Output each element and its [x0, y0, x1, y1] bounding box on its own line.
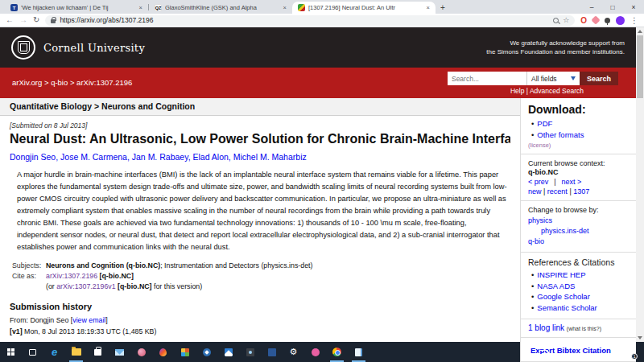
battery-icon[interactable]	[539, 350, 548, 355]
zoom-page-icon[interactable]	[553, 18, 559, 23]
back-icon[interactable]: ←	[6, 16, 14, 24]
store-button[interactable]	[87, 342, 109, 362]
recent-link[interactable]: recent	[547, 187, 573, 195]
office-icon	[181, 348, 189, 356]
paint3d-button[interactable]	[152, 342, 174, 362]
movies-button[interactable]	[261, 342, 283, 362]
view-email-link[interactable]: view email	[72, 316, 105, 324]
close-tab-icon[interactable]: ×	[139, 4, 142, 11]
cite-arxiv-link[interactable]: arXiv:1307.2196	[46, 272, 97, 280]
bookmark-star-icon[interactable]: ☆	[563, 16, 569, 24]
settings-gear-icon: ⚙	[290, 348, 298, 356]
author-link[interactable]: Jose M. Carmena	[60, 152, 132, 162]
blog-link[interactable]: 1 blog link	[528, 323, 564, 332]
help-link[interactable]: Help	[510, 87, 530, 95]
browser-menu-icon[interactable]: ⋮	[630, 16, 638, 25]
cite-as-value: arXiv:1307.2196 [q-bio.NC]	[46, 272, 510, 280]
tab-detijd[interactable]: T 'We hijacken uw lichaam' | De Tij ×	[5, 2, 148, 14]
cite-alt-suffix: for this version)	[154, 282, 202, 290]
start-button[interactable]	[0, 342, 22, 362]
cite-version-link[interactable]: arXiv:1307.2196v1	[56, 282, 115, 290]
close-tab-icon[interactable]: ×	[283, 4, 287, 11]
chrome-button[interactable]	[326, 342, 348, 362]
physics-insdet-link[interactable]: physics.ins-det	[541, 227, 589, 235]
photos-button[interactable]	[217, 342, 239, 362]
download-heading: Download:	[528, 103, 629, 116]
author-link[interactable]: Jan M. Rabaey	[132, 152, 193, 162]
submission-from-line: From: Dongjin Seo [view email]	[10, 315, 510, 326]
mail-button[interactable]	[109, 342, 130, 362]
qbio-link[interactable]: q-bio	[528, 237, 544, 245]
author-link[interactable]: Dongjin Seo	[10, 152, 60, 162]
nasa-ads-link[interactable]: NASA ADS	[537, 282, 575, 290]
arxiv-header-bar: arXiv.orgq-bioarXiv:1307.2196 All fields…	[0, 68, 644, 98]
maps-button[interactable]	[196, 342, 217, 362]
settings-button[interactable]: ⚙	[283, 342, 304, 362]
listing-nav: newrecent1307	[528, 187, 629, 195]
office-button[interactable]	[174, 342, 196, 362]
cite-alt-class-tag: [q-bio.NC]	[118, 282, 152, 290]
lock-icon[interactable]	[51, 19, 56, 23]
extension-o-icon[interactable]: O	[580, 16, 587, 25]
v1-text: Mon, 8 Jul 2013 18:19:33 UTC (1,485 KB)	[24, 327, 156, 335]
breadcrumb-qbio-link[interactable]: q-bio	[51, 78, 76, 87]
search-input[interactable]	[448, 72, 526, 85]
breadcrumb-arxiv-link[interactable]: arXiv.org	[12, 78, 51, 87]
author-link[interactable]: Michel M. Maharbiz	[233, 152, 307, 162]
field-selector-dropdown[interactable]: All fields	[526, 72, 580, 85]
profile-avatar[interactable]	[616, 16, 625, 25]
vertical-scrollbar[interactable]	[636, 27, 644, 342]
extensions-pin-icon[interactable]	[605, 18, 610, 23]
references-heading: References & Citations	[528, 257, 629, 267]
screen: T 'We hijacken uw lichaam' | De Tij × QZ…	[0, 0, 644, 362]
document-app-button[interactable]	[348, 342, 369, 362]
next-link[interactable]: next >	[562, 178, 582, 186]
cite-alt-value: (or arXiv:1307.2196v1 [q-bio.NC] for thi…	[46, 282, 510, 290]
list-item: PDF	[528, 118, 629, 130]
scroll-down-arrow[interactable]	[638, 336, 642, 339]
scroll-up-arrow[interactable]	[638, 30, 642, 33]
xbox-button[interactable]	[304, 342, 326, 362]
month-link[interactable]: 1307	[573, 187, 589, 195]
google-scholar-link[interactable]: Google Scholar	[537, 292, 589, 301]
cornell-wordmark[interactable]: Cornell University	[43, 42, 145, 54]
paint-button[interactable]	[130, 342, 152, 362]
tab-qz[interactable]: QZ GlaxoSmithKline (GSK) and Alpha ×	[149, 2, 292, 14]
close-tab-icon[interactable]: ×	[427, 4, 430, 11]
action-center-button[interactable]: 1	[615, 342, 639, 362]
license-link[interactable]: (license)	[528, 142, 629, 149]
author-link[interactable]: Elad Alon	[192, 152, 233, 162]
reload-icon[interactable]: ↻	[33, 16, 39, 24]
download-section: Download: PDF Other formats (license)	[521, 98, 636, 154]
inspire-hep-link[interactable]: INSPIRE HEP	[537, 270, 585, 279]
document-app-icon	[355, 348, 362, 356]
semantic-scholar-link[interactable]: Semantic Scholar	[537, 303, 597, 312]
address-bar[interactable]: https://arxiv.org/abs/1307.2196 ☆	[45, 15, 575, 26]
subjects-label: Subjects:	[12, 261, 46, 269]
minimize-button[interactable]: –	[581, 0, 602, 14]
new-link[interactable]: new	[528, 187, 547, 195]
url-text[interactable]: https://arxiv.org/abs/1307.2196	[60, 16, 549, 24]
task-view-button[interactable]	[22, 342, 43, 362]
forward-icon[interactable]: →	[19, 16, 27, 24]
tab-title: GlaxoSmithKline (GSK) and Alpha	[165, 4, 280, 11]
new-tab-button[interactable]: +	[440, 3, 445, 12]
physics-link[interactable]: physics	[528, 216, 552, 224]
edge-button[interactable]: e	[43, 342, 65, 362]
advanced-search-link[interactable]: Advanced Search	[530, 87, 584, 95]
extension-pink-icon[interactable]	[591, 15, 600, 24]
file-explorer-button[interactable]	[65, 342, 87, 362]
close-window-button[interactable]: ×	[623, 0, 644, 14]
scrollbar-thumb[interactable]	[637, 35, 643, 98]
other-formats-link[interactable]: Other formats	[537, 130, 584, 139]
groove-button[interactable]	[239, 342, 261, 362]
list-item: physics.ins-det	[528, 226, 629, 237]
prev-link[interactable]: < prev	[528, 178, 548, 186]
arxiv-favicon	[298, 4, 305, 11]
tab-arxiv-active[interactable]: [1307.2196] Neural Dust: An Ultr ×	[292, 2, 436, 14]
maximize-button[interactable]: □	[602, 0, 623, 14]
search-button[interactable]: Search	[580, 72, 618, 85]
bracket-close: ]	[105, 316, 107, 324]
pdf-link[interactable]: PDF	[537, 119, 552, 128]
what-is-this-link[interactable]: (what is this?)	[567, 326, 601, 331]
